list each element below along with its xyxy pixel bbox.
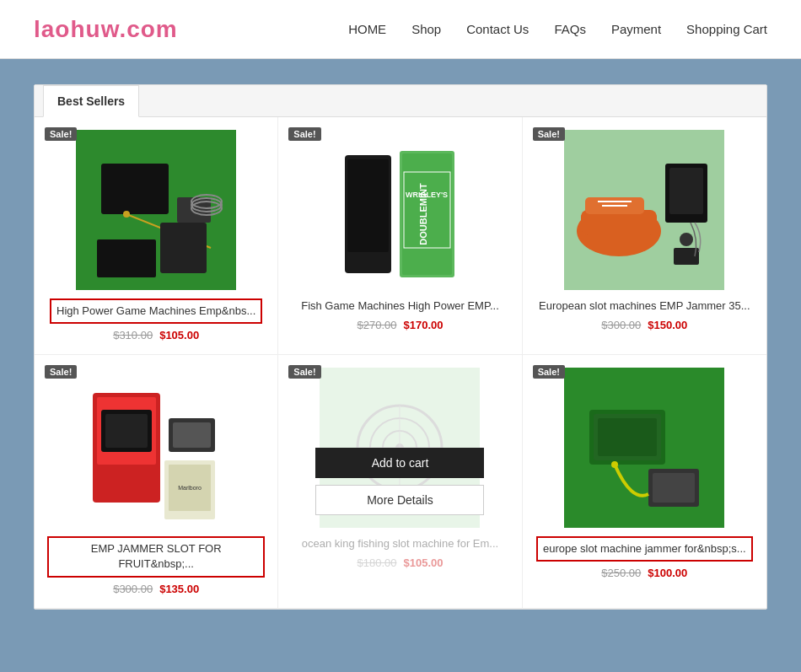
sale-badge-p3: Sale! [533, 127, 565, 141]
site-logo: laohuw.com [34, 16, 178, 43]
sale-badge-p6: Sale! [533, 365, 565, 379]
product-title-p4[interactable]: EMP JAMMER SLOT FOR FRUIT&nbsp;... [47, 536, 265, 577]
svg-rect-32 [105, 414, 148, 448]
price-original-p3: $300.00 [601, 319, 641, 331]
product-title-p3[interactable]: European slot machines EMP Jammer 35... [539, 298, 750, 314]
product-price-p4: $300.00 $135.00 [113, 583, 199, 595]
product-image-p4[interactable]: Marlboro [76, 368, 236, 528]
product-hover-overlay-p5: Add to cart More Details [278, 355, 521, 607]
price-sale-p2: $170.00 [403, 319, 443, 331]
product-item-p3: Sale! [523, 117, 766, 355]
more-details-button-p5[interactable]: More Details [315, 485, 484, 515]
nav-faqs[interactable]: FAQs [554, 22, 586, 36]
product-price-p3: $300.00 $150.00 [601, 319, 687, 331]
price-sale-p4: $135.00 [159, 583, 199, 595]
svg-point-51 [611, 461, 618, 468]
svg-rect-6 [160, 223, 207, 273]
product-title-p2[interactable]: Fish Game Machines High Power EMP... [301, 298, 499, 314]
nav-contact[interactable]: Contact Us [466, 22, 529, 36]
product-item-p6: Sale! eur [523, 355, 766, 608]
nav-cart[interactable]: Shopping Cart [686, 22, 767, 36]
price-sale-p3: $150.00 [648, 319, 687, 331]
product-price-p6: $250.00 $100.00 [601, 567, 687, 579]
product-image-p2[interactable]: WRIGLEY'S DOUBLEMINT [320, 130, 480, 290]
svg-rect-34 [173, 422, 211, 448]
product-item-p1: Sale! Hig [35, 117, 278, 355]
product-item-p5: Sale! Add to cart [278, 355, 522, 608]
nav-shop[interactable]: Shop [411, 22, 441, 36]
svg-rect-50 [653, 473, 695, 503]
price-original-p6: $250.00 [601, 567, 641, 579]
svg-point-26 [680, 233, 693, 246]
price-original-p4: $300.00 [113, 583, 153, 595]
svg-rect-12 [347, 159, 389, 252]
add-to-cart-button-p5[interactable]: Add to cart [315, 448, 484, 478]
product-title-p1[interactable]: High Power Game Machines Emp&nbs... [50, 298, 262, 324]
product-grid: Sale! Hig [35, 117, 766, 609]
product-image-p6[interactable] [564, 368, 724, 528]
svg-text:Marlboro: Marlboro [178, 485, 202, 491]
price-sale-p1: $105.00 [159, 329, 199, 341]
product-title-p6[interactable]: europe slot machine jammer for&nbsp;s... [536, 536, 753, 562]
product-image-p3[interactable] [564, 130, 724, 290]
main-content: Best Sellers Sale! [0, 59, 801, 635]
svg-rect-48 [598, 418, 657, 456]
product-price-p1: $310.00 $105.00 [113, 329, 199, 341]
product-image-p1[interactable] [76, 130, 236, 290]
sale-badge-p4: Sale! [45, 365, 77, 379]
sale-badge-p2: Sale! [288, 127, 320, 141]
product-item-p2: Sale! WRIGLEY'S DOUBLEMINT [278, 117, 522, 355]
product-item-p4: Sale! [35, 355, 278, 608]
svg-rect-1 [101, 164, 169, 214]
sale-badge-p1: Sale! [45, 127, 77, 141]
site-header: laohuw.com HOME Shop Contact Us FAQs Pay… [0, 0, 801, 59]
tab-best-sellers[interactable]: Best Sellers [43, 85, 139, 117]
product-price-p2: $270.00 $170.00 [357, 319, 443, 331]
nav-home[interactable]: HOME [348, 22, 386, 36]
svg-text:DOUBLEMINT: DOUBLEMINT [418, 183, 428, 245]
main-nav: HOME Shop Contact Us FAQs Payment Shoppi… [348, 22, 767, 36]
price-sale-p6: $100.00 [648, 567, 687, 579]
price-original-p2: $270.00 [357, 319, 396, 331]
nav-payment[interactable]: Payment [611, 22, 661, 36]
svg-rect-25 [669, 168, 703, 214]
best-sellers-section: Best Sellers Sale! [34, 84, 767, 610]
svg-point-4 [123, 211, 130, 218]
section-tabs: Best Sellers [35, 85, 766, 117]
svg-rect-5 [97, 239, 156, 277]
price-original-p1: $310.00 [113, 329, 153, 341]
